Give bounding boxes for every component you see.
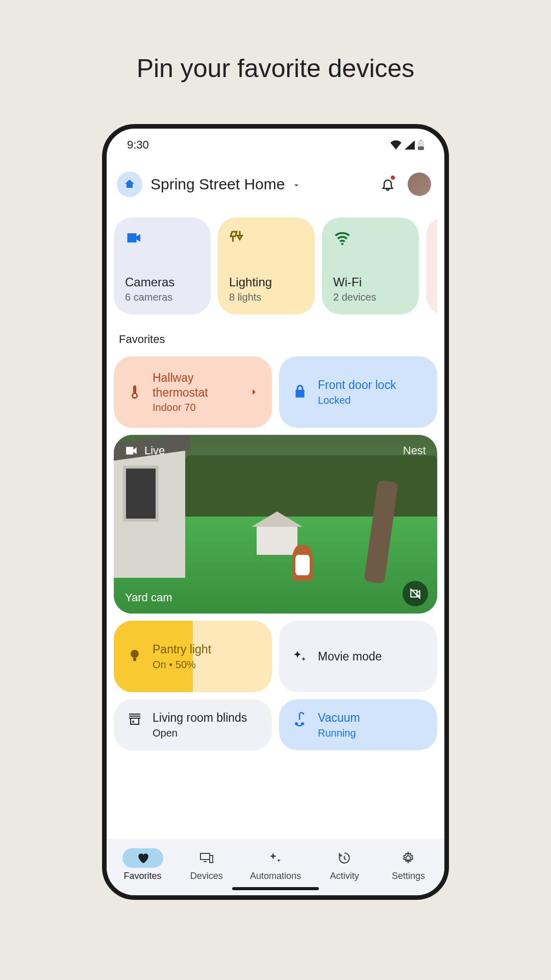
lock-icon <box>291 383 309 401</box>
home-indicator[interactable] <box>232 887 319 890</box>
camera-feed-image <box>114 435 437 614</box>
wifi-icon <box>333 229 352 247</box>
category-row: Cameras 6 cameras Lighting 8 lights Wi-F… <box>114 207 437 314</box>
camera-brand: Nest <box>403 444 426 457</box>
svg-rect-2 <box>418 146 424 150</box>
favorite-sub: On • 50% <box>153 659 260 671</box>
status-icons <box>390 140 424 150</box>
status-time: 9:30 <box>127 138 149 152</box>
camera-live-label: Live <box>144 444 165 457</box>
nav-label: Settings <box>392 871 425 881</box>
nav-activity[interactable]: Activity <box>324 848 365 881</box>
favorites-row: Hallway thermostat Indoor 70 Front door … <box>114 356 437 428</box>
vacuum-icon <box>291 710 309 728</box>
wifi-icon <box>390 140 402 150</box>
favorite-title: Pantry light <box>153 642 260 657</box>
favorite-title: Living room blinds <box>153 710 260 725</box>
svg-point-8 <box>295 722 298 725</box>
svg-rect-6 <box>133 658 136 661</box>
favorite-pantry-light[interactable]: Pantry light On • 50% <box>114 621 272 692</box>
lamp-icon <box>229 229 247 247</box>
signal-icon <box>405 140 415 150</box>
app-header: Spring Street Home <box>107 161 444 207</box>
chevron-down-icon <box>291 180 302 190</box>
nav-label: Automations <box>250 871 301 881</box>
nav-settings[interactable]: Settings <box>388 848 429 881</box>
gear-icon <box>402 851 415 865</box>
svg-point-9 <box>301 722 304 725</box>
category-title: Cameras <box>125 275 199 289</box>
favorite-blinds[interactable]: Living room blinds Open <box>114 699 272 750</box>
favorite-thermostat[interactable]: Hallway thermostat Indoor 70 <box>114 356 272 428</box>
nav-favorites[interactable]: Favorites <box>122 848 163 881</box>
nav-devices[interactable]: Devices <box>186 848 227 881</box>
svg-point-5 <box>131 650 139 658</box>
devices-icon <box>199 851 214 865</box>
category-more[interactable] <box>426 217 437 314</box>
camera-off-button[interactable] <box>403 581 428 606</box>
battery-icon <box>418 140 424 150</box>
svg-rect-0 <box>420 140 422 141</box>
nav-automations[interactable]: Automations <box>250 848 301 881</box>
favorites-label: Favorites <box>119 333 437 346</box>
bulb-icon <box>126 648 143 665</box>
sparkle-icon <box>291 648 309 665</box>
favorite-camera[interactable]: Live Nest Yard cam <box>114 435 437 614</box>
status-bar: 9:30 <box>107 129 444 161</box>
category-sub: 8 lights <box>229 291 304 303</box>
category-sub: 6 cameras <box>125 291 199 303</box>
profile-avatar[interactable] <box>408 173 431 196</box>
video-icon <box>125 446 138 456</box>
favorite-sub: Running <box>318 727 425 739</box>
home-badge[interactable] <box>117 172 142 197</box>
favorite-title: Vacuum <box>318 710 425 725</box>
svg-point-3 <box>341 243 344 246</box>
favorite-title: Front door lock <box>318 378 425 393</box>
favorite-title: Hallway thermostat <box>153 371 239 400</box>
camera-name: Yard cam <box>125 591 172 604</box>
category-sub: 2 devices <box>333 291 408 303</box>
category-lighting[interactable]: Lighting 8 lights <box>218 217 315 314</box>
svg-point-7 <box>132 721 134 723</box>
notification-dot <box>391 176 395 180</box>
sparkle-icon <box>268 851 283 865</box>
camera-icon <box>125 229 143 247</box>
thermostat-icon <box>126 383 143 401</box>
favorite-lock[interactable]: Front door lock Locked <box>279 356 437 428</box>
favorite-sub: Locked <box>318 395 425 406</box>
home-icon <box>123 178 136 190</box>
notifications-button[interactable] <box>376 173 399 196</box>
category-cameras[interactable]: Cameras 6 cameras <box>114 217 211 314</box>
nav-label: Activity <box>330 871 359 881</box>
favorite-vacuum[interactable]: Vacuum Running <box>279 699 437 750</box>
favorites-row: Living room blinds Open Vacuum Running <box>114 699 437 750</box>
category-wifi[interactable]: Wi-Fi 2 devices <box>322 217 419 314</box>
home-selector[interactable]: Spring Street Home <box>151 176 302 193</box>
phone-frame: 9:30 Spring Street Home Cameras <box>102 124 449 900</box>
page-title: Pin your favorite devices <box>137 54 415 83</box>
favorite-title: Movie mode <box>318 649 425 664</box>
home-name: Spring Street Home <box>151 176 285 192</box>
blinds-icon <box>126 710 143 728</box>
favorite-sub: Open <box>153 727 260 739</box>
main-content: Cameras 6 cameras Lighting 8 lights Wi-F… <box>107 207 444 839</box>
nav-label: Devices <box>190 871 223 881</box>
chevron-right-icon <box>248 386 260 398</box>
history-icon <box>338 851 351 865</box>
heart-icon <box>136 851 149 865</box>
category-title: Wi-Fi <box>333 275 408 289</box>
svg-point-4 <box>133 394 136 397</box>
video-off-icon <box>409 587 422 600</box>
favorites-row: Pantry light On • 50% Movie mode <box>114 621 437 692</box>
category-title: Lighting <box>229 275 304 289</box>
nav-label: Favorites <box>124 871 162 881</box>
favorite-sub: Indoor 70 <box>153 402 239 413</box>
favorite-movie-mode[interactable]: Movie mode <box>279 621 437 692</box>
camera-live-indicator: Live <box>125 444 165 457</box>
